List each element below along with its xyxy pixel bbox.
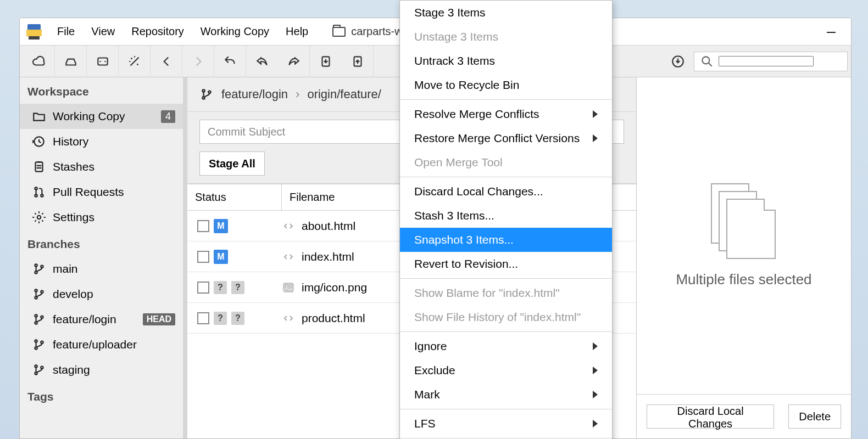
sidebar-item-label: Pull Requests xyxy=(53,185,124,199)
submenu-arrow-icon xyxy=(593,420,598,427)
sidebar-branch-feature-login[interactable]: feature/loginHEAD xyxy=(20,307,183,332)
code-icon xyxy=(282,219,295,233)
sidebar-branch-staging[interactable]: staging xyxy=(20,357,183,382)
context-menu-item[interactable]: Restore Merge Conflict Versions xyxy=(400,126,612,150)
app-logo-icon xyxy=(26,24,42,40)
branch-icon xyxy=(32,337,46,352)
svg-point-19 xyxy=(41,316,43,318)
preview-area: Multiple files selected xyxy=(637,77,851,394)
branch-label: develop xyxy=(53,288,93,301)
context-menu-item[interactable]: Mark xyxy=(400,382,612,407)
search-box[interactable] xyxy=(694,52,848,71)
menu-separator xyxy=(400,177,612,177)
sidebar-item-stashes[interactable]: Stashes xyxy=(20,154,183,179)
svg-point-25 xyxy=(41,367,43,369)
context-menu[interactable]: Stage 3 ItemsUnstage 3 ItemsUntrack 3 It… xyxy=(399,0,613,439)
menu-help[interactable]: Help xyxy=(281,23,313,40)
menu-item-label: Exclude xyxy=(414,364,455,377)
branch-label: staging xyxy=(53,363,90,376)
context-menu-item[interactable]: Revert to Revision... xyxy=(400,252,612,276)
context-menu-item: Open Merge Tool xyxy=(400,150,612,175)
window-minimize-button[interactable] xyxy=(822,26,840,39)
sidebar-item-history[interactable]: History xyxy=(20,129,183,154)
folder-icon xyxy=(32,109,46,123)
sidebar-branch-main[interactable]: main xyxy=(20,256,183,282)
context-menu-item[interactable]: Exclude xyxy=(400,358,612,382)
branch-icon xyxy=(32,287,46,301)
menu-view[interactable]: View xyxy=(87,23,119,40)
menu-item-label: Resolve Merge Conflicts xyxy=(414,108,539,121)
sidebar-item-label: History xyxy=(53,135,88,148)
undo-fill-icon[interactable] xyxy=(246,46,278,77)
file-checkbox[interactable] xyxy=(197,251,209,263)
sidebar-item-working-copy[interactable]: Working Copy 4 xyxy=(20,104,183,129)
menu-working-copy[interactable]: Working Copy xyxy=(196,23,274,40)
stash-push-button[interactable] xyxy=(310,46,342,77)
nav-forward-button[interactable] xyxy=(182,46,214,77)
discard-changes-button[interactable]: Discard Local Changes xyxy=(647,404,774,429)
sidebar-item-pull-requests[interactable]: Pull Requests xyxy=(20,179,183,205)
branch-label: main xyxy=(53,262,78,275)
repo-name: carparts-w xyxy=(351,25,402,38)
sidebar-item-label: Working Copy xyxy=(53,110,125,123)
search-input[interactable] xyxy=(719,56,814,66)
delete-button[interactable]: Delete xyxy=(788,404,841,429)
branch-label: feature/login xyxy=(53,313,116,326)
sidebar-branch-feature-uploader[interactable]: feature/uploader xyxy=(20,332,183,357)
upstream-branch: origin/feature/ xyxy=(307,87,381,102)
svg-point-24 xyxy=(35,372,37,374)
context-menu-item[interactable]: Discard Local Changes... xyxy=(400,179,612,204)
code-icon xyxy=(282,250,295,263)
head-badge: HEAD xyxy=(143,313,175,325)
submenu-arrow-icon xyxy=(593,134,598,142)
stage-all-button[interactable]: Stage All xyxy=(199,151,265,176)
file-checkbox[interactable] xyxy=(197,220,209,232)
col-status[interactable]: Status xyxy=(187,184,282,210)
context-menu-item[interactable]: Untrack 3 Items xyxy=(400,49,612,73)
svg-point-26 xyxy=(202,89,204,92)
right-actions: Discard Local Changes Delete xyxy=(637,394,851,438)
svg-point-9 xyxy=(41,194,43,196)
menu-item-label: Ignore xyxy=(414,340,447,353)
stash-pop-button[interactable] xyxy=(342,46,374,77)
quickopen-button[interactable] xyxy=(87,46,119,77)
undo-button[interactable] xyxy=(214,46,246,77)
menu-item-label: Revert to Revision... xyxy=(414,257,518,271)
nav-back-button[interactable] xyxy=(151,46,182,77)
context-menu-item[interactable]: Stage 3 Items xyxy=(400,1,612,25)
magic-button[interactable] xyxy=(119,46,151,77)
clipboard-icon xyxy=(32,160,46,174)
svg-point-23 xyxy=(35,365,37,367)
section-workspace: Workspace xyxy=(20,77,183,104)
context-menu-item[interactable]: Move to Recycle Bin xyxy=(400,73,612,97)
context-menu-item[interactable]: LFS xyxy=(400,412,612,436)
history-icon xyxy=(32,134,46,149)
menu-item-label: Move to Recycle Bin xyxy=(414,78,519,92)
sidebar-item-label: Stashes xyxy=(53,160,94,173)
context-menu-item[interactable]: Resolve Merge Conflicts xyxy=(400,102,612,126)
menu-item-label: Open Merge Tool xyxy=(414,156,503,169)
file-checkbox[interactable] xyxy=(197,282,209,294)
svg-point-15 xyxy=(35,296,37,299)
svg-point-28 xyxy=(208,91,210,93)
status-modified-badge: M xyxy=(214,250,228,264)
svg-point-27 xyxy=(202,97,204,99)
local-button[interactable] xyxy=(55,46,87,77)
menu-file[interactable]: File xyxy=(53,23,79,40)
context-menu-item: Unstage 3 Items xyxy=(400,25,612,49)
file-checkbox[interactable] xyxy=(197,312,209,324)
menu-repository[interactable]: Repository xyxy=(127,23,188,40)
svg-point-12 xyxy=(35,271,37,273)
sidebar-branch-develop[interactable]: develop xyxy=(20,282,183,307)
sidebar-item-settings[interactable]: Settings xyxy=(20,205,183,230)
redo-fill-icon[interactable] xyxy=(278,46,310,77)
cloud-button[interactable] xyxy=(23,46,55,77)
context-menu-item[interactable]: Ignore xyxy=(400,334,612,358)
status-untracked-badge: ? xyxy=(214,312,227,325)
right-pane: Multiple files selected Discard Local Ch… xyxy=(637,77,851,438)
download-button[interactable] xyxy=(662,46,694,77)
svg-rect-29 xyxy=(283,283,293,292)
gear-icon xyxy=(32,210,46,224)
context-menu-item[interactable]: Snapshot 3 Items... xyxy=(400,228,612,252)
context-menu-item[interactable]: Stash 3 Items... xyxy=(400,204,612,228)
